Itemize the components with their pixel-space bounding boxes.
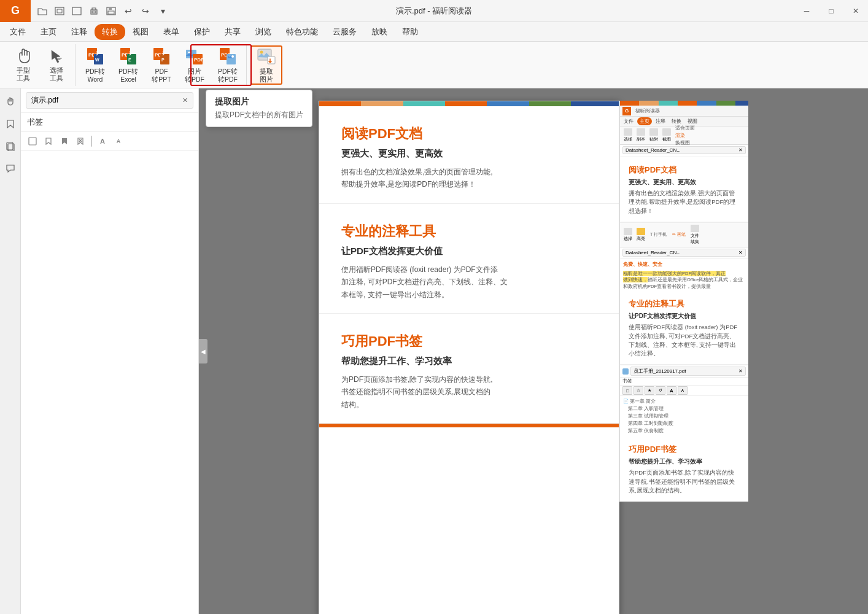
- preview-section1-title: 阅读PDF文档: [629, 165, 740, 176]
- sidebar-hand-icon[interactable]: [2, 93, 19, 111]
- svg-text:W: W: [95, 58, 99, 62]
- window-title: 演示.pdf - 福昕阅读器: [396, 6, 472, 17]
- sidebar-comment-icon[interactable]: [2, 160, 19, 177]
- menu-slideshow[interactable]: 放映: [364, 24, 395, 40]
- menu-bar: 文件 主页 注释 转换 视图 表单 保护 共享 浏览 特色功能 云服务 放映 帮…: [0, 22, 868, 42]
- toolbar-group-convert: PDF W PDF转Word PDF E PDF转Excel: [77, 44, 247, 86]
- preview-section2-title: 专业的注释工具: [629, 298, 740, 309]
- preview-section1-body: 拥有出色的文档渲染效果,强大的页面管理功能,帮助提升效率,是您阅读PDF的理想选…: [629, 189, 740, 216]
- pdf-excel-icon: PDF E: [118, 47, 138, 66]
- select-icon: [47, 48, 66, 65]
- hand-tool-btn[interactable]: 手型工具: [7, 45, 39, 85]
- menu-file[interactable]: 文件: [2, 24, 33, 40]
- file-panel-header: 演示.pdf ✕: [21, 88, 198, 113]
- preview-section3-title: 巧用PDF书签: [629, 444, 740, 455]
- section2-subtitle: 让PDF文档发挥更大价值: [341, 246, 597, 257]
- svg-rect-33: [29, 138, 36, 145]
- svg-text:E: E: [128, 58, 131, 62]
- svg-text:PDF: PDF: [194, 57, 204, 63]
- menu-convert[interactable]: 转换: [95, 24, 125, 40]
- file-panel: 演示.pdf ✕ 书签 A A: [21, 88, 199, 614]
- svg-point-29: [260, 50, 263, 53]
- tooltip-description: 提取PDF文档中的所有图片: [215, 110, 303, 120]
- title-bar: G ↩ ↪ ▾ 演示.pdf - 福昕阅读器 ─ □ ✕: [0, 0, 868, 22]
- section1-subtitle: 更强大、更实用、更高效: [341, 148, 597, 160]
- file-tab-close-btn[interactable]: ✕: [182, 96, 188, 104]
- save-btn[interactable]: [104, 4, 118, 18]
- pdf-to-excel-btn[interactable]: PDF E PDF转Excel: [112, 45, 144, 85]
- select-tool-btn[interactable]: 选择工具: [41, 45, 72, 85]
- file-tab[interactable]: 演示.pdf ✕: [26, 92, 193, 109]
- hand-icon: [14, 48, 33, 65]
- app-logo: G: [0, 0, 31, 22]
- preview-card-2: 选择 高亮 T 打字机 ✏ 画笔 文件续集 Datasheet_Reader_C…: [620, 222, 748, 365]
- menu-cloud[interactable]: 云服务: [325, 24, 364, 40]
- svg-rect-4: [92, 11, 96, 13]
- sidebar-pages-icon[interactable]: [2, 138, 19, 155]
- sidebar-bookmark-icon[interactable]: [2, 115, 19, 133]
- preview-section2-body: 使用福昕PDF阅读器 (foxit reader) 为PDF文件添加注释, 可对…: [629, 323, 740, 358]
- minimize-btn[interactable]: ─: [794, 0, 819, 22]
- extract-image-icon: [257, 47, 276, 66]
- img-to-pdf-btn[interactable]: PDF 图片转PDF: [179, 45, 211, 85]
- customize-btn[interactable]: ▾: [156, 4, 169, 18]
- toolbar-group-extract: 提取图片: [248, 44, 285, 86]
- tooltip-title: 提取图片: [215, 96, 303, 107]
- top-color-bar: [319, 101, 619, 106]
- pdf-page: 阅读PDF文档 更强大、更实用、更高效 拥有出色的文档渲染效果,强大的页面管理功…: [319, 101, 619, 614]
- extract-image-btn[interactable]: 提取图片: [250, 45, 282, 85]
- section1-body: 拥有出色的文档渲染效果,强大的页面管理功能, 帮助提升效率,是您阅读PDF的理想…: [341, 166, 597, 191]
- hand-tool-label: 手型工具: [17, 66, 30, 82]
- pdf-section-bookmark: 巧用PDF书签 帮助您提升工作、学习效率 为PDF页面添加书签,除了实现内容的快…: [319, 314, 619, 424]
- pdf-to-ppt-btn[interactable]: PDF P PDF转PPT: [145, 45, 177, 85]
- new-window-btn[interactable]: [53, 4, 66, 18]
- pdf-to-excel-label: PDF转Excel: [118, 68, 138, 83]
- menu-special[interactable]: 特色功能: [279, 24, 325, 40]
- section3-title: 巧用PDF书签: [341, 332, 597, 351]
- undo-btn[interactable]: ↩: [122, 4, 135, 18]
- menu-share[interactable]: 共享: [217, 24, 248, 40]
- collapse-sidebar-btn[interactable]: ◀: [199, 339, 207, 363]
- preview-card-1: G 福昕阅读器 文件 主页 注释 转换 视图 选择 副本 贴附 截图: [620, 106, 748, 222]
- preview-filetab2: Datasheet_Reader_CN...: [626, 250, 681, 255]
- close-btn[interactable]: ✕: [843, 0, 868, 22]
- preview-section2-sub: 让PDF文档发挥更大价值: [629, 312, 740, 321]
- menu-help[interactable]: 帮助: [395, 24, 425, 40]
- bm-bookmark-empty-btn[interactable]: [42, 134, 55, 148]
- menu-protect[interactable]: 保护: [187, 24, 217, 40]
- section3-body: 为PDF页面添加书签,除了实现内容的快速导航, 书签还能指明不同书签的层级关系,…: [341, 373, 597, 411]
- redo-btn[interactable]: ↪: [139, 4, 152, 18]
- menu-home[interactable]: 主页: [33, 24, 64, 40]
- bm-font-smaller-btn[interactable]: A: [112, 134, 125, 148]
- bottom-color-bar: [319, 424, 619, 427]
- svg-rect-6: [109, 7, 112, 10]
- pdf-to-ppt-label: PDF转PPT: [152, 68, 171, 83]
- pdf-ppt-icon: PDF P: [152, 47, 171, 66]
- bm-separator-1: [91, 136, 92, 147]
- bookmark-label: 书签: [21, 113, 198, 132]
- pdf-to-word-btn[interactable]: PDF W PDF转Word: [79, 45, 111, 85]
- menu-form[interactable]: 表单: [156, 24, 187, 40]
- toolbar: 手型工具 选择工具 PDF W: [0, 42, 868, 88]
- svg-text:P: P: [161, 58, 165, 62]
- menu-browse[interactable]: 浏览: [248, 24, 279, 40]
- pdf-to-img-btn[interactable]: PDF PDF转转PDF: [212, 45, 244, 85]
- bm-delete-btn[interactable]: [74, 134, 87, 148]
- bm-font-larger-btn[interactable]: A: [96, 134, 109, 148]
- section1-title: 阅读PDF文档: [341, 125, 597, 143]
- right-preview-panel: G 福昕阅读器 文件 主页 注释 转换 视图 选择 副本 贴附 截图: [619, 101, 748, 502]
- menu-annotate[interactable]: 注释: [64, 24, 95, 40]
- open-folder-btn[interactable]: [36, 4, 49, 18]
- menu-view[interactable]: 视图: [125, 24, 156, 40]
- maximize-btn[interactable]: □: [819, 0, 843, 22]
- bm-bookmark-filled-btn[interactable]: [58, 134, 71, 148]
- bm-expand-btn[interactable]: [26, 134, 39, 148]
- pdf-section-read: 阅读PDF文档 更强大、更实用、更高效 拥有出色的文档渲染效果,强大的页面管理功…: [319, 106, 619, 204]
- select-tool-label: 选择工具: [50, 66, 63, 82]
- section2-body: 使用福昕PDF阅读器 (foxit reader) 为PDF文件添 加注释, 可…: [341, 263, 597, 301]
- minimize-view-btn[interactable]: [70, 4, 83, 18]
- pdf-word-icon: PDF W: [85, 47, 105, 66]
- pdf-area: ◀ 阅读PDF文档 更强大、更实用、更高效 拥有出色的文档渲染效果,强大的页面管…: [199, 88, 868, 614]
- toolbar-group-tools: 手型工具 选择工具: [5, 44, 76, 86]
- print-btn[interactable]: [87, 4, 101, 18]
